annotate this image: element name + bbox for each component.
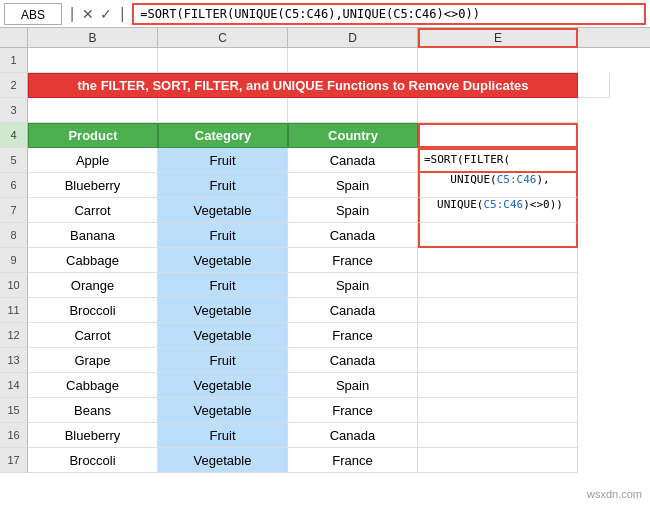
row-num-9: 9 (0, 248, 28, 273)
remark-cell[interactable]: =SORT(FILTER( (418, 148, 578, 173)
cell-b10[interactable]: Orange (28, 273, 158, 298)
row-num-17: 17 (0, 448, 28, 473)
cell-c14[interactable]: Vegetable (158, 373, 288, 398)
grid-row-10: Orange Fruit Spain (28, 273, 650, 298)
cell-d3[interactable] (288, 98, 418, 123)
cell-c11[interactable]: Vegetable (158, 298, 288, 323)
cell-c15[interactable]: Vegetable (158, 398, 288, 423)
cell-e6[interactable]: UNIQUE(C5:C46), (418, 173, 578, 198)
confirm-icon[interactable]: ✓ (100, 6, 112, 22)
grid-row-9: Cabbage Vegetable France (28, 248, 650, 273)
cell-d16[interactable]: Canada (288, 423, 418, 448)
cell-e1[interactable] (418, 48, 578, 73)
watermark: wsxdn.com (587, 488, 642, 500)
cell-c5[interactable]: Fruit (158, 148, 288, 173)
header-country: Country (288, 123, 418, 148)
cell-d12[interactable]: France (288, 323, 418, 348)
cell-b16[interactable]: Blueberry (28, 423, 158, 448)
cell-e16[interactable] (418, 423, 578, 448)
cell-e14[interactable] (418, 373, 578, 398)
cancel-icon[interactable]: ✕ (82, 6, 94, 22)
grid-row-2: the FILTER, SORT, FILTER, and UNIQUE Fun… (28, 73, 650, 98)
ribbon-bar: ABS | ✕ ✓ | =SORT(FILTER(UNIQUE(C5:C46),… (0, 0, 650, 28)
row-num-15: 15 (0, 398, 28, 423)
row-num-1: 1 (0, 48, 28, 73)
row-num-6: 6 (0, 173, 28, 198)
cell-b14[interactable]: Cabbage (28, 373, 158, 398)
formula-bar[interactable]: =SORT(FILTER(UNIQUE(C5:C46),UNIQUE(C5:C4… (132, 3, 646, 25)
cell-c6[interactable]: Fruit (158, 173, 288, 198)
cell-d1[interactable] (288, 48, 418, 73)
cell-b6[interactable]: Blueberry (28, 173, 158, 198)
header-category: Category (158, 123, 288, 148)
cell-e13[interactable] (418, 348, 578, 373)
cell-d17[interactable]: France (288, 448, 418, 473)
grid-row-12: Carrot Vegetable France (28, 323, 650, 348)
cell-b9[interactable]: Cabbage (28, 248, 158, 273)
cell-e10[interactable] (418, 273, 578, 298)
grid-row-13: Grape Fruit Canada (28, 348, 650, 373)
grid-row-5: Apple Fruit Canada =SORT(FILTER( (28, 148, 650, 173)
cell-b17[interactable]: Broccoli (28, 448, 158, 473)
grid-body: the FILTER, SORT, FILTER, and UNIQUE Fun… (28, 48, 650, 473)
cell-b15[interactable]: Beans (28, 398, 158, 423)
remark-line2b: C5:C46 (497, 173, 537, 186)
cell-e15[interactable] (418, 398, 578, 423)
col-header-e: E (418, 28, 578, 48)
cell-c1[interactable] (158, 48, 288, 73)
cell-c9[interactable]: Vegetable (158, 248, 288, 273)
row-num-4: 4 (0, 123, 28, 148)
cell-e9[interactable] (418, 248, 578, 273)
row-num-5: 5 (0, 148, 28, 173)
name-box[interactable]: ABS (4, 3, 62, 25)
corner-cell (0, 28, 28, 47)
cell-c16[interactable]: Fruit (158, 423, 288, 448)
cell-b1[interactable] (28, 48, 158, 73)
remark-line3c: )<>0)) (523, 198, 563, 211)
cell-b11[interactable]: Broccoli (28, 298, 158, 323)
cell-e11[interactable] (418, 298, 578, 323)
row-num-8: 8 (0, 223, 28, 248)
cell-d11[interactable]: Canada (288, 298, 418, 323)
grid-row-16: Blueberry Fruit Canada (28, 423, 650, 448)
row-num-11: 11 (0, 298, 28, 323)
cell-d7[interactable]: Spain (288, 198, 418, 223)
grid-row-6: Blueberry Fruit Spain UNIQUE(C5:C46), (28, 173, 650, 198)
row-num-10: 10 (0, 273, 28, 298)
cell-e2[interactable] (578, 73, 610, 98)
cell-d10[interactable]: Spain (288, 273, 418, 298)
cell-c17[interactable]: Vegetable (158, 448, 288, 473)
cell-b12[interactable]: Carrot (28, 323, 158, 348)
formula-separator: | (66, 5, 78, 23)
cell-b8[interactable]: Banana (28, 223, 158, 248)
cell-e12[interactable] (418, 323, 578, 348)
cell-c12[interactable]: Vegetable (158, 323, 288, 348)
cell-b5[interactable]: Apple (28, 148, 158, 173)
cell-d9[interactable]: France (288, 248, 418, 273)
cell-c3[interactable] (158, 98, 288, 123)
cell-e17[interactable] (418, 448, 578, 473)
formula-sep2: | (116, 5, 128, 23)
cell-b13[interactable]: Grape (28, 348, 158, 373)
row-num-14: 14 (0, 373, 28, 398)
cell-d13[interactable]: Canada (288, 348, 418, 373)
cell-c13[interactable]: Fruit (158, 348, 288, 373)
remark-line1: =SORT(FILTER( (424, 152, 510, 167)
cell-c8[interactable]: Fruit (158, 223, 288, 248)
cell-d5[interactable]: Canada (288, 148, 418, 173)
cell-e3[interactable] (418, 98, 578, 123)
header-remark: Remark (418, 123, 578, 148)
cell-e8[interactable] (418, 223, 578, 248)
cell-c10[interactable]: Fruit (158, 273, 288, 298)
cell-e7[interactable]: UNIQUE(C5:C46)<>0)) (418, 198, 578, 223)
cell-b7[interactable]: Carrot (28, 198, 158, 223)
cell-d8[interactable]: Canada (288, 223, 418, 248)
cell-d15[interactable]: France (288, 398, 418, 423)
cell-c7[interactable]: Vegetable (158, 198, 288, 223)
row-num-7: 7 (0, 198, 28, 223)
row-num-2: 2 (0, 73, 28, 98)
grid-row-14: Cabbage Vegetable Spain (28, 373, 650, 398)
cell-d14[interactable]: Spain (288, 373, 418, 398)
cell-d6[interactable]: Spain (288, 173, 418, 198)
cell-b3[interactable] (28, 98, 158, 123)
